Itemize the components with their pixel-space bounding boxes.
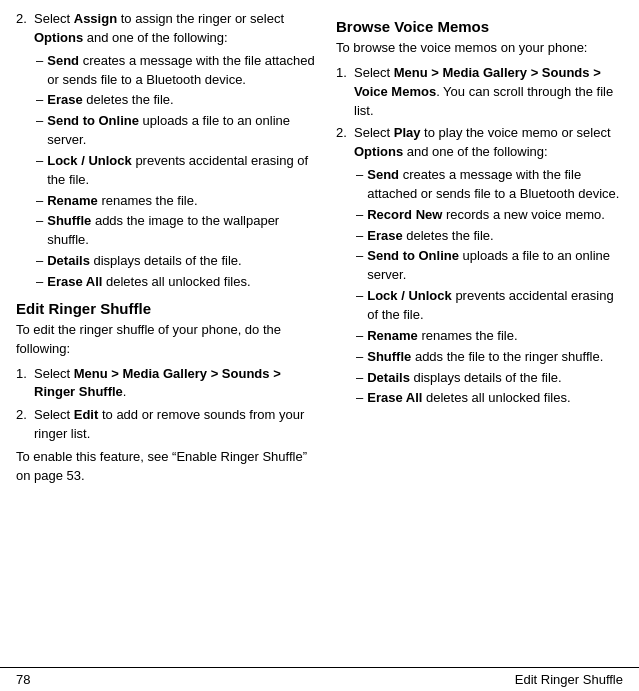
dash: – <box>356 389 363 408</box>
dash: – <box>356 348 363 367</box>
left-bullet-shuffle: – Shuffle adds the image to the wallpape… <box>36 212 316 250</box>
right-bullet-erase-all: – Erase All deletes all unlocked files. <box>356 389 623 408</box>
right-step1-num: 1. <box>336 64 350 121</box>
right-bullet-shuffle-text: Shuffle adds the file to the ringer shuf… <box>367 348 603 367</box>
left-options-term: Options <box>34 30 83 45</box>
right-step2-num: 2. <box>336 124 350 162</box>
right-step1-text: Select Menu > Media Gallery > Sounds > V… <box>354 64 623 121</box>
dash: – <box>36 91 43 110</box>
left-step2: 2. Select Edit to add or remove sounds f… <box>16 406 316 444</box>
left-bullet-erase-all-text: Erase All deletes all unlocked files. <box>47 273 250 292</box>
left-item2-num: 2. <box>16 10 30 48</box>
left-bullet-lock: – Lock / Unlock prevents accidental eras… <box>36 152 316 190</box>
left-column: 2. Select Assign to assign the ringer or… <box>16 10 316 657</box>
left-step1-bold: Menu > Media Gallery > Sounds > Ringer S… <box>34 366 281 400</box>
dash: – <box>36 273 43 292</box>
footer-bar: 78 Edit Ringer Shuffle <box>0 667 639 691</box>
dash: – <box>356 247 363 285</box>
left-step2-num: 2. <box>16 406 30 444</box>
left-step2-bold: Edit <box>74 407 99 422</box>
dash: – <box>36 112 43 150</box>
dash: – <box>356 369 363 388</box>
right-step2-bold2: Options <box>354 144 403 159</box>
dash: – <box>36 52 43 90</box>
content-area: 2. Select Assign to assign the ringer or… <box>0 0 639 667</box>
right-bullet-lock: – Lock / Unlock prevents accidental eras… <box>356 287 623 325</box>
left-bullet-lock-text: Lock / Unlock prevents accidental erasin… <box>47 152 316 190</box>
page-container: 2. Select Assign to assign the ringer or… <box>0 0 639 691</box>
footer-page-label: Edit Ringer Shuffle <box>515 672 623 687</box>
right-bullet-record-new: – Record New records a new voice memo. <box>356 206 623 225</box>
dash: – <box>356 166 363 204</box>
left-step1-text: Select Menu > Media Gallery > Sounds > R… <box>34 365 316 403</box>
left-bullets1: – Send creates a message with the file a… <box>36 52 316 292</box>
left-item2: 2. Select Assign to assign the ringer or… <box>16 10 316 48</box>
right-step2-bold: Play <box>394 125 421 140</box>
left-bullet-details-text: Details displays details of the file. <box>47 252 241 271</box>
left-bullet-erase: – Erase deletes the file. <box>36 91 316 110</box>
right-bullet-rename: – Rename renames the file. <box>356 327 623 346</box>
left-bullet-shuffle-text: Shuffle adds the image to the wallpaper … <box>47 212 316 250</box>
left-bullet-rename: – Rename renames the file. <box>36 192 316 211</box>
dash: – <box>36 212 43 250</box>
right-column: Browse Voice Memos To browse the voice m… <box>336 10 623 657</box>
right-bullet-send-online: – Send to Online uploads a file to an on… <box>356 247 623 285</box>
left-bullet-rename-text: Rename renames the file. <box>47 192 197 211</box>
left-bullet-details: – Details displays details of the file. <box>36 252 316 271</box>
dash: – <box>356 206 363 225</box>
right-bullets: – Send creates a message with the file a… <box>356 166 623 408</box>
right-bullet-details-text: Details displays details of the file. <box>367 369 561 388</box>
right-step2: 2. Select Play to play the voice memo or… <box>336 124 623 162</box>
right-bullet-details: – Details displays details of the file. <box>356 369 623 388</box>
right-bullet-erase-all-text: Erase All deletes all unlocked files. <box>367 389 570 408</box>
right-section-intro: To browse the voice memos on your phone: <box>336 39 623 58</box>
right-step1: 1. Select Menu > Media Gallery > Sounds … <box>336 64 623 121</box>
right-bullet-record-new-text: Record New records a new voice memo. <box>367 206 605 225</box>
left-bullet-send-online: – Send to Online uploads a file to an on… <box>36 112 316 150</box>
right-bullet-send-online-text: Send to Online uploads a file to an onli… <box>367 247 623 285</box>
right-step1-bold: Menu > Media Gallery > Sounds > Voice Me… <box>354 65 601 99</box>
left-step1-num: 1. <box>16 365 30 403</box>
dash: – <box>356 227 363 246</box>
left-assign-term: Assign <box>74 11 117 26</box>
right-bullet-rename-text: Rename renames the file. <box>367 327 517 346</box>
left-section-title: Edit Ringer Shuffle <box>16 300 316 317</box>
left-step1: 1. Select Menu > Media Gallery > Sounds … <box>16 365 316 403</box>
right-bullet-lock-text: Lock / Unlock prevents accidental erasin… <box>367 287 623 325</box>
dash: – <box>36 192 43 211</box>
right-bullet-erase: – Erase deletes the file. <box>356 227 623 246</box>
footer-page-number: 78 <box>16 672 30 687</box>
left-item2-text: Select Assign to assign the ringer or se… <box>34 10 316 48</box>
right-bullet-send: – Send creates a message with the file a… <box>356 166 623 204</box>
right-bullet-send-text: Send creates a message with the file att… <box>367 166 623 204</box>
right-step2-text: Select Play to play the voice memo or se… <box>354 124 623 162</box>
dash: – <box>356 327 363 346</box>
left-section-intro: To edit the ringer shuffle of your phone… <box>16 321 316 359</box>
dash: – <box>36 252 43 271</box>
left-step2-text: Select Edit to add or remove sounds from… <box>34 406 316 444</box>
right-bullet-shuffle: – Shuffle adds the file to the ringer sh… <box>356 348 623 367</box>
right-section-title: Browse Voice Memos <box>336 18 623 35</box>
left-bullet-send-online-text: Send to Online uploads a file to an onli… <box>47 112 316 150</box>
left-bullet-erase-all: – Erase All deletes all unlocked files. <box>36 273 316 292</box>
dash: – <box>36 152 43 190</box>
right-bullet-erase-text: Erase deletes the file. <box>367 227 493 246</box>
dash: – <box>356 287 363 325</box>
left-bullet-erase-text: Erase deletes the file. <box>47 91 173 110</box>
left-para1: To enable this feature, see “Enable Ring… <box>16 448 316 486</box>
left-bullet-send: – Send creates a message with the file a… <box>36 52 316 90</box>
left-bullet-send-text: Send creates a message with the file att… <box>47 52 316 90</box>
